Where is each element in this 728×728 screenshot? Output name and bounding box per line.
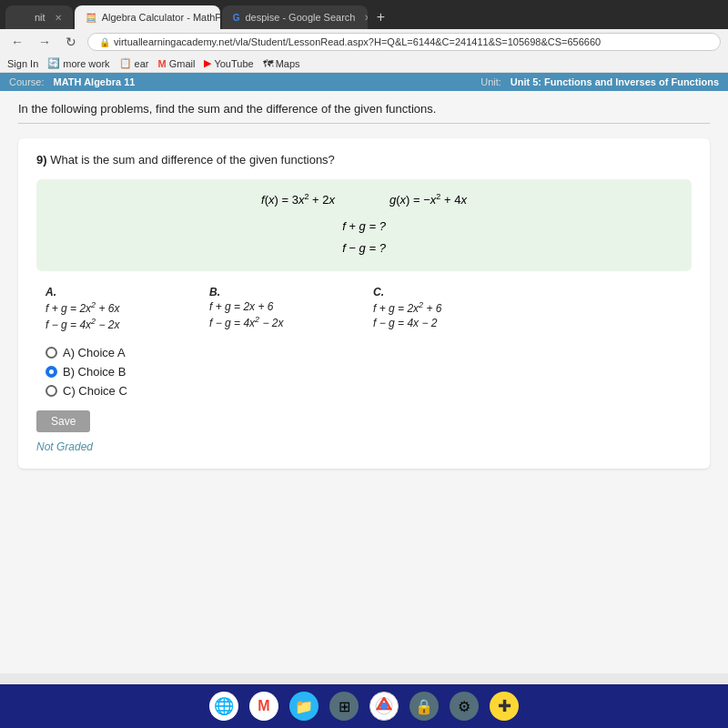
address-bar-row: ← → ↻ 🔒 virtuallearningacademy.net/vla/S… xyxy=(0,29,728,55)
tab-3-icon: G xyxy=(233,11,240,24)
taskbar-files-icon[interactable]: 📁 xyxy=(289,692,318,721)
save-button[interactable]: Save xyxy=(36,410,90,432)
choice-b-label: B. xyxy=(209,286,346,298)
tab-3-label: despise - Google Search xyxy=(245,12,355,23)
bookmark-signin[interactable]: Sign In xyxy=(7,58,38,69)
bookmark-more-work-icon: 🔄 xyxy=(47,57,60,69)
new-tab-button[interactable]: + xyxy=(369,5,392,29)
bookmark-maps[interactable]: 🗺 Maps xyxy=(263,58,300,69)
tab-3-close[interactable]: ✕ xyxy=(364,13,367,23)
choice-c-label: C. xyxy=(373,286,510,298)
bookmark-gmail[interactable]: M Gmail xyxy=(158,58,196,69)
taskbar-google-icon[interactable]: 🌐 xyxy=(209,692,238,721)
taskbar-chrome-icon[interactable] xyxy=(369,692,399,721)
tab-1-close[interactable]: ✕ xyxy=(55,13,62,23)
fx-function: f(x) = 3x2 + 2x xyxy=(261,192,335,207)
functions-box: f(x) = 3x2 + 2x g(x) = −x2 + 4x f + g = … xyxy=(36,179,692,271)
choice-c-sum: f + g = 2x2 + 6 xyxy=(373,300,510,315)
taskbar: 🌐 M 📁 ⊞ 🔒 ⚙ ✚ xyxy=(0,684,728,728)
choice-a-sum: f + g = 2x2 + 6x xyxy=(46,300,182,315)
address-bar[interactable]: 🔒 virtuallearningacademy.net/vla/Student… xyxy=(87,33,721,51)
page-content: Course: MATH Algebra 11 Unit: Unit 5: Fu… xyxy=(0,73,728,701)
tab-2-label: Algebra Calculator - MathPapa xyxy=(102,12,220,23)
svg-point-2 xyxy=(381,703,388,710)
bookmark-gmail-icon: M xyxy=(158,58,167,69)
course-name: MATH Algebra 11 xyxy=(54,76,136,87)
choice-a-diff: f − g = 4x2 − 2x xyxy=(46,317,182,331)
bookmarks-bar: Sign In 🔄 more work 📋 ear M Gmail ▶ YouT… xyxy=(0,55,728,73)
taskbar-add-icon[interactable]: ✚ xyxy=(490,692,519,721)
question-title: 9) What is the sum and difference of the… xyxy=(36,153,692,167)
unit-label: Unit: xyxy=(480,76,501,87)
address-text: virtuallearningacademy.net/vla/Student/L… xyxy=(114,36,601,47)
bookmark-more-work-label: more work xyxy=(63,58,109,69)
fg-sum-row: f + g = ? xyxy=(55,216,673,237)
tab-1[interactable]: nit ✕ xyxy=(5,5,73,29)
tab-2[interactable]: 🧮 Algebra Calculator - MathPapa ✕ xyxy=(75,5,220,29)
course-label: Course: xyxy=(9,76,45,87)
taskbar-lock-icon[interactable]: 🔒 xyxy=(410,692,439,721)
radio-label-a: A) Choice A xyxy=(63,346,126,359)
gx-function: g(x) = −x2 + 4x xyxy=(389,192,467,207)
reload-button[interactable]: ↻ xyxy=(62,33,80,51)
choice-a-label: A. xyxy=(46,286,182,298)
radio-label-c: C) Choice C xyxy=(63,384,127,398)
unit-name: Unit 5: Functions and Inverses of Functi… xyxy=(511,76,719,87)
bookmark-maps-icon: 🗺 xyxy=(263,58,273,69)
bookmark-ear-label: ear xyxy=(135,58,149,69)
bookmark-maps-label: Maps xyxy=(276,58,300,69)
taskbar-apps-icon[interactable]: ⊞ xyxy=(329,692,359,721)
question-container: 9) What is the sum and difference of the… xyxy=(18,138,710,469)
tab-2-icon: 🧮 xyxy=(86,11,96,24)
choice-a-col: A. f + g = 2x2 + 6x f − g = 4x2 − 2x xyxy=(46,286,182,331)
bookmark-youtube-label: YouTube xyxy=(214,58,253,69)
browser-chrome: nit ✕ 🧮 Algebra Calculator - MathPapa ✕ … xyxy=(0,0,728,73)
tab-1-icon xyxy=(16,11,29,24)
fg-diff-row: f − g = ? xyxy=(55,238,673,258)
main-content: In the following problems, find the sum … xyxy=(0,91,728,673)
bookmark-youtube-icon: ▶ xyxy=(204,57,211,69)
choice-b-diff: f − g = 4x2 − 2x xyxy=(209,315,346,329)
back-button[interactable]: ← xyxy=(7,33,27,51)
bookmark-ear[interactable]: 📋 ear xyxy=(119,57,149,69)
radio-options: A) Choice A B) Choice B C) Choice C xyxy=(36,346,692,398)
choice-c-diff: f − g = 4x − 2 xyxy=(373,317,510,329)
radio-option-c[interactable]: C) Choice C xyxy=(46,384,692,398)
radio-circle-c[interactable] xyxy=(46,385,57,397)
radio-circle-b[interactable] xyxy=(46,366,57,378)
course-bar: Course: MATH Algebra 11 Unit: Unit 5: Fu… xyxy=(0,73,728,91)
bookmark-youtube[interactable]: ▶ YouTube xyxy=(204,57,253,69)
radio-circle-a[interactable] xyxy=(46,347,57,359)
tab-bar: nit ✕ 🧮 Algebra Calculator - MathPapa ✕ … xyxy=(0,0,728,29)
choice-c-col: C. f + g = 2x2 + 6 f − g = 4x − 2 xyxy=(373,286,510,331)
bookmark-ear-icon: 📋 xyxy=(119,57,132,69)
forward-button[interactable]: → xyxy=(35,33,55,51)
bookmark-gmail-label: Gmail xyxy=(169,58,196,69)
choices-row: A. f + g = 2x2 + 6x f − g = 4x2 − 2x B. … xyxy=(36,286,692,331)
radio-label-b: B) Choice B xyxy=(63,365,126,379)
radio-option-a[interactable]: A) Choice A xyxy=(46,346,692,359)
radio-option-b[interactable]: B) Choice B xyxy=(46,365,692,379)
choice-b-col: B. f + g = 2x + 6 f − g = 4x2 − 2x xyxy=(209,286,346,331)
taskbar-settings-icon[interactable]: ⚙ xyxy=(450,692,479,721)
bookmark-more-work[interactable]: 🔄 more work xyxy=(47,57,109,69)
tab-3[interactable]: G despise - Google Search ✕ xyxy=(222,5,368,29)
taskbar-gmail-icon[interactable]: M xyxy=(249,692,278,721)
functions-row: f(x) = 3x2 + 2x g(x) = −x2 + 4x xyxy=(55,192,673,207)
intro-text: In the following problems, find the sum … xyxy=(18,102,710,124)
choice-b-sum: f + g = 2x + 6 xyxy=(209,300,346,313)
bookmark-signin-label: Sign In xyxy=(7,58,38,69)
tab-1-label: nit xyxy=(35,12,46,23)
lock-icon: 🔒 xyxy=(99,37,110,47)
grade-status: Not Graded xyxy=(36,440,93,453)
